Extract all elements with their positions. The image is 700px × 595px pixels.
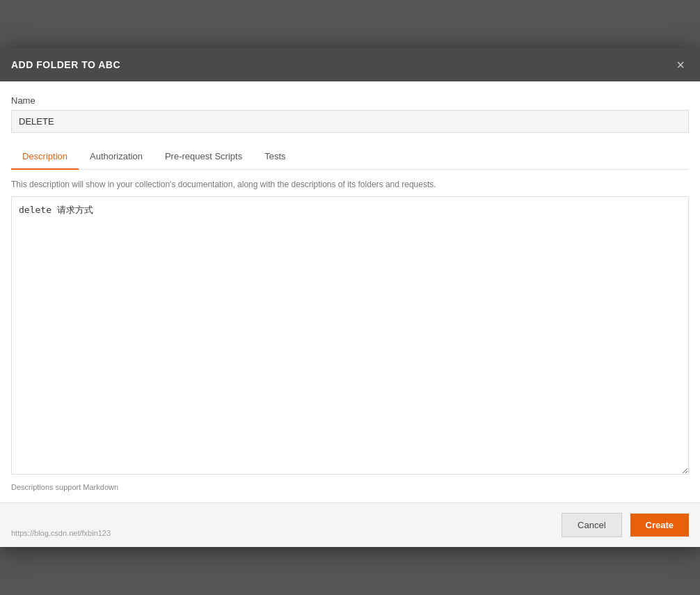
close-button[interactable]: × — [672, 56, 689, 73]
footer-url: https://blog.csdn.net/fxbin123 — [11, 529, 111, 537]
create-button[interactable]: Create — [630, 514, 689, 537]
tabs-bar: Description Authorization Pre-request Sc… — [11, 144, 689, 170]
dialog-header: ADD FOLDER TO ABC × — [0, 48, 700, 81]
markdown-hint: Descriptions support Markdown — [11, 477, 689, 502]
description-tab-content: This description will show in your colle… — [11, 170, 689, 502]
tab-tests[interactable]: Tests — [253, 144, 296, 170]
tab-pre-request-scripts[interactable]: Pre-request Scripts — [154, 144, 253, 170]
name-label: Name — [11, 95, 689, 106]
description-hint: This description will show in your colle… — [11, 170, 689, 196]
dialog-footer: https://blog.csdn.net/fxbin123 Cancel Cr… — [0, 502, 700, 547]
description-textarea[interactable]: delete 请求方式 — [11, 196, 689, 475]
cancel-button[interactable]: Cancel — [562, 513, 621, 537]
tab-authorization[interactable]: Authorization — [79, 144, 154, 170]
name-input[interactable] — [11, 110, 689, 133]
dialog-body: Name Description Authorization Pre-reque… — [0, 81, 700, 502]
tab-description[interactable]: Description — [11, 144, 79, 170]
add-folder-dialog: ADD FOLDER TO ABC × Name Description Aut… — [0, 48, 700, 547]
dialog-title: ADD FOLDER TO ABC — [11, 59, 120, 70]
